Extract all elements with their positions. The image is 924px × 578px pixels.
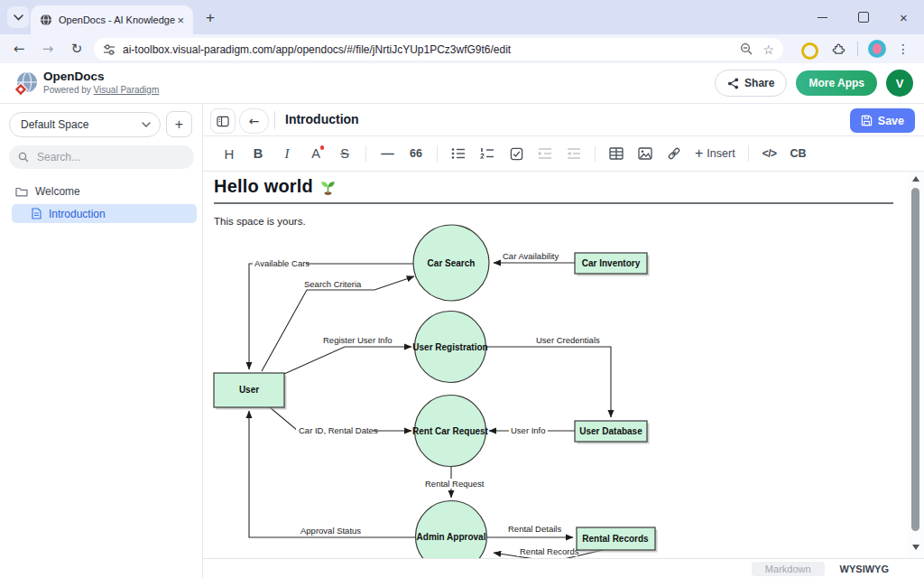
new-space-button[interactable]: + bbox=[166, 111, 192, 137]
edge-label-search-criteria: Search Criteria bbox=[304, 279, 362, 289]
screen: { "browser": { "tab_title": "OpenDocs - … bbox=[0, 0, 924, 578]
edge-label-backplates bbox=[253, 258, 578, 556]
browser-menu-icon[interactable]: ⋮ bbox=[897, 42, 910, 56]
toggle-sidebar-button[interactable] bbox=[210, 108, 236, 134]
plus-icon: + bbox=[695, 145, 703, 162]
bullet-list-button[interactable] bbox=[448, 143, 469, 164]
share-button[interactable]: Share bbox=[715, 70, 787, 97]
window-close-button[interactable]: × bbox=[883, 0, 924, 34]
edge-label-rental-records-flow: Rental Records bbox=[520, 546, 579, 556]
back-button[interactable]: ← bbox=[239, 108, 269, 134]
bullet-list-icon bbox=[451, 147, 466, 160]
toolbar-separator bbox=[437, 145, 438, 162]
favicon-globe-icon bbox=[40, 14, 52, 26]
user-avatar[interactable]: V bbox=[886, 70, 913, 97]
font-color-button[interactable]: A bbox=[305, 143, 327, 164]
horizontal-rule-button[interactable]: — bbox=[376, 143, 398, 164]
document-title: Introduction bbox=[285, 112, 359, 126]
header-separator bbox=[274, 111, 275, 129]
outdent-button[interactable] bbox=[563, 143, 585, 164]
scrollbar-thumb[interactable] bbox=[911, 188, 919, 531]
window-maximize-button[interactable] bbox=[843, 0, 883, 34]
node-admin-approval bbox=[416, 501, 487, 559]
sidebar-search[interactable] bbox=[9, 145, 194, 169]
edge-label-available-cars: Available Cars bbox=[254, 258, 310, 268]
tab-search-button[interactable] bbox=[7, 6, 29, 28]
save-floppy-icon bbox=[861, 115, 873, 126]
share-icon bbox=[727, 78, 739, 89]
address-bar[interactable]: ai-toolbox.visual-paradigm.com/app/opend… bbox=[94, 38, 783, 61]
save-label: Save bbox=[878, 115, 904, 127]
mode-wysiwyg-button[interactable]: WYSIWYG bbox=[828, 562, 901, 576]
window-minimize-button[interactable] bbox=[802, 0, 843, 34]
profile-avatar[interactable] bbox=[868, 40, 886, 58]
space-selector[interactable]: Default Space bbox=[9, 112, 161, 137]
extensions-puzzle-icon[interactable] bbox=[831, 42, 845, 56]
avatar-figure bbox=[873, 43, 882, 54]
search-icon bbox=[18, 152, 29, 163]
visual-paradigm-link[interactable]: Visual Paradigm bbox=[94, 85, 160, 95]
scroll-down-icon[interactable] bbox=[912, 545, 919, 550]
table-icon bbox=[609, 147, 624, 160]
node-label-user-registration: User Registration bbox=[412, 342, 487, 352]
indent-button[interactable] bbox=[534, 143, 556, 164]
bold-button[interactable]: B bbox=[247, 143, 269, 164]
close-icon: × bbox=[900, 11, 908, 24]
insert-table-button[interactable] bbox=[605, 143, 627, 164]
indent-icon bbox=[538, 147, 552, 160]
sidebar-item-introduction[interactable]: Introduction bbox=[12, 204, 197, 223]
code-block-button[interactable]: CB bbox=[788, 143, 809, 164]
strikethrough-button[interactable]: S bbox=[334, 143, 356, 164]
chevron-down-icon bbox=[142, 122, 151, 127]
save-button[interactable]: Save bbox=[850, 108, 915, 133]
document-canvas[interactable]: Hello world This space is yours. bbox=[203, 172, 908, 558]
editor-scrollbar[interactable] bbox=[908, 172, 924, 558]
edge-label-approval-status: Approval Status bbox=[300, 526, 361, 536]
inline-code-button[interactable]: </> bbox=[759, 143, 781, 164]
browser-tab[interactable]: OpenDocs - AI Knowledge Base × bbox=[31, 5, 193, 34]
tab-close-icon[interactable]: × bbox=[175, 14, 186, 26]
mode-markdown-button[interactable]: Markdown bbox=[752, 562, 825, 576]
node-label-car-search: Car Search bbox=[428, 258, 476, 268]
url-text: ai-toolbox.visual-paradigm.com/app/opend… bbox=[123, 43, 731, 56]
edge-user-credentials-line bbox=[485, 347, 611, 417]
image-icon bbox=[638, 147, 652, 160]
space-selector-row: Default Space + bbox=[9, 111, 192, 137]
outdent-icon bbox=[567, 147, 581, 160]
reload-button[interactable]: ↻ bbox=[69, 41, 85, 57]
dfd-diagram[interactable]: User Car Search User Registration Rent C… bbox=[203, 224, 908, 558]
toolbar-separator bbox=[365, 145, 366, 162]
node-label-user: User bbox=[239, 385, 259, 395]
folder-icon bbox=[15, 186, 28, 197]
new-tab-button[interactable]: + bbox=[200, 8, 220, 28]
edge-label-car-availability: Car Availability bbox=[503, 251, 559, 261]
task-list-button[interactable] bbox=[505, 143, 527, 164]
forward-button[interactable]: → bbox=[40, 41, 56, 57]
insert-button[interactable]: + Insert bbox=[692, 145, 738, 162]
heading-button[interactable]: H bbox=[218, 143, 240, 164]
edge-search-criteria-line bbox=[262, 276, 414, 371]
extension-ring-icon[interactable] bbox=[801, 42, 818, 60]
sidebar-item-welcome[interactable]: Welcome bbox=[0, 182, 203, 201]
document-heading: Hello world bbox=[214, 176, 313, 197]
blockquote-button[interactable]: 66 bbox=[405, 143, 427, 164]
insert-image-button[interactable] bbox=[634, 143, 656, 164]
numbered-list-button[interactable] bbox=[476, 143, 498, 164]
editor-mode-bar: Markdown WYSIWYG bbox=[203, 558, 924, 578]
insert-link-button[interactable] bbox=[663, 143, 685, 164]
node-label-rental-records: Rental Records bbox=[582, 534, 649, 544]
italic-button[interactable]: I bbox=[276, 143, 298, 164]
node-label-admin-approval: Admin Approval bbox=[417, 532, 486, 542]
search-input[interactable] bbox=[35, 150, 165, 164]
more-apps-button[interactable]: More Apps bbox=[796, 70, 877, 96]
heading-underline bbox=[214, 202, 893, 204]
bookmark-star-icon[interactable]: ☆ bbox=[762, 42, 774, 57]
back-button[interactable]: ← bbox=[11, 41, 27, 57]
scroll-up-icon[interactable] bbox=[912, 176, 919, 182]
opendocs-logo bbox=[13, 70, 40, 98]
tree-item-label: Welcome bbox=[35, 185, 80, 198]
zoom-out-icon[interactable] bbox=[740, 42, 753, 56]
seedling-emoji bbox=[319, 178, 337, 195]
header-actions: Share More Apps V bbox=[715, 63, 913, 103]
space-selector-value: Default Space bbox=[21, 118, 142, 131]
